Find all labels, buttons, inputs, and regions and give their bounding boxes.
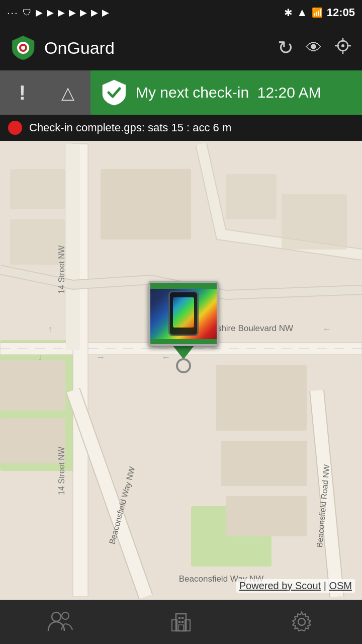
svg-point-2 bbox=[21, 46, 25, 50]
signal-icon: 📶 bbox=[312, 7, 323, 18]
target-button[interactable] bbox=[334, 37, 352, 59]
marker-phone bbox=[168, 291, 199, 336]
attribution-separator: | bbox=[324, 580, 329, 591]
refresh-button[interactable]: ↻ bbox=[278, 37, 294, 59]
marker-arrow bbox=[172, 345, 195, 359]
yt-icon-4: ▶ bbox=[69, 7, 76, 18]
svg-point-48 bbox=[298, 618, 305, 625]
nav-groups-button[interactable] bbox=[35, 604, 85, 639]
nav-settings-button[interactable] bbox=[277, 604, 327, 639]
shield-app-icon: 🛡 bbox=[23, 8, 32, 18]
yt-icon-6: ▶ bbox=[91, 7, 98, 18]
triangle-button[interactable]: △ bbox=[45, 70, 90, 115]
osm-link[interactable]: OSM bbox=[329, 580, 352, 591]
yt-icon-1: ▶ bbox=[36, 7, 43, 18]
svg-rect-16 bbox=[226, 174, 277, 219]
marker-circle bbox=[176, 358, 191, 373]
svg-text:←: ← bbox=[322, 324, 331, 334]
building-icon bbox=[169, 610, 193, 634]
svg-rect-18 bbox=[10, 169, 65, 209]
checkin-banner[interactable]: My next check-in 12:20 AM bbox=[90, 70, 362, 115]
svg-rect-43 bbox=[178, 617, 180, 619]
yt-icon-7: ▶ bbox=[102, 7, 109, 18]
map-attribution[interactable]: Powered by Scout | OSM bbox=[236, 579, 355, 593]
svg-rect-15 bbox=[101, 169, 191, 239]
svg-rect-17 bbox=[282, 194, 347, 250]
location-marker[interactable] bbox=[148, 281, 219, 373]
groups-icon bbox=[47, 611, 73, 633]
powered-by-scout[interactable]: Powered by Scout bbox=[239, 580, 321, 591]
app-bar: OnGuard ↻ 👁 bbox=[0, 25, 362, 70]
marker-photo-frame bbox=[148, 281, 219, 346]
checkin-label: My next check-in 12:20 AM bbox=[136, 84, 321, 101]
svg-rect-20 bbox=[0, 360, 65, 411]
app-title: OnGuard bbox=[44, 38, 115, 58]
svg-text:↓: ↓ bbox=[38, 352, 43, 362]
status-strip: Check-in complete.gps: sats 15 : acc 6 m bbox=[0, 115, 362, 141]
alert-icon: ! bbox=[19, 82, 26, 104]
settings-icon bbox=[290, 610, 314, 634]
app-logo bbox=[10, 35, 36, 61]
toolbar-row: ! △ My next check-in 12:20 AM bbox=[0, 70, 362, 115]
bottom-nav bbox=[0, 600, 362, 644]
record-dot bbox=[8, 121, 22, 135]
svg-rect-22 bbox=[216, 365, 307, 431]
map-area[interactable]: ↑ ↓ → → ← ← → 14 Street NW 14 Street NW … bbox=[0, 141, 362, 600]
yt-icon-3: ▶ bbox=[58, 7, 65, 18]
svg-text:14 Street NW: 14 Street NW bbox=[57, 245, 66, 294]
triangle-icon: △ bbox=[61, 83, 74, 103]
app-bar-left: OnGuard bbox=[10, 35, 115, 61]
status-bar: ··· 🛡 ▶ ▶ ▶ ▶ ▶ ▶ ▶ ✱ ▲ 📶 12:05 bbox=[0, 0, 362, 25]
bluetooth-icon: ✱ bbox=[284, 7, 293, 19]
nav-building-button[interactable] bbox=[156, 604, 206, 639]
status-left-icons: ··· 🛡 ▶ ▶ ▶ ▶ ▶ ▶ ▶ bbox=[7, 7, 109, 19]
svg-point-39 bbox=[62, 612, 69, 619]
overflow-icon: ··· bbox=[7, 7, 19, 19]
svg-rect-47 bbox=[178, 625, 184, 631]
svg-rect-44 bbox=[182, 617, 184, 619]
status-right-icons: ✱ ▲ 📶 12:05 bbox=[284, 6, 355, 19]
svg-text:↑: ↑ bbox=[48, 324, 53, 334]
svg-rect-23 bbox=[221, 441, 307, 486]
svg-rect-21 bbox=[0, 418, 65, 463]
yt-icon-2: ▶ bbox=[47, 7, 54, 18]
svg-point-8 bbox=[341, 44, 344, 47]
wifi-icon: ▲ bbox=[297, 6, 308, 19]
svg-rect-24 bbox=[226, 496, 307, 536]
svg-rect-45 bbox=[178, 621, 180, 623]
status-time: 12:05 bbox=[327, 6, 355, 19]
svg-text:→: → bbox=[96, 352, 105, 362]
eye-button[interactable]: 👁 bbox=[306, 39, 322, 57]
alert-button[interactable]: ! bbox=[0, 70, 45, 115]
app-bar-actions: ↻ 👁 bbox=[278, 37, 352, 59]
svg-text:14 Street NW: 14 Street NW bbox=[57, 446, 66, 495]
svg-point-38 bbox=[52, 612, 61, 621]
status-strip-text: Check-in complete.gps: sats 15 : acc 6 m bbox=[29, 121, 231, 134]
yt-icon-5: ▶ bbox=[80, 7, 87, 18]
checkin-shield-icon bbox=[101, 79, 128, 106]
svg-rect-46 bbox=[182, 621, 184, 623]
